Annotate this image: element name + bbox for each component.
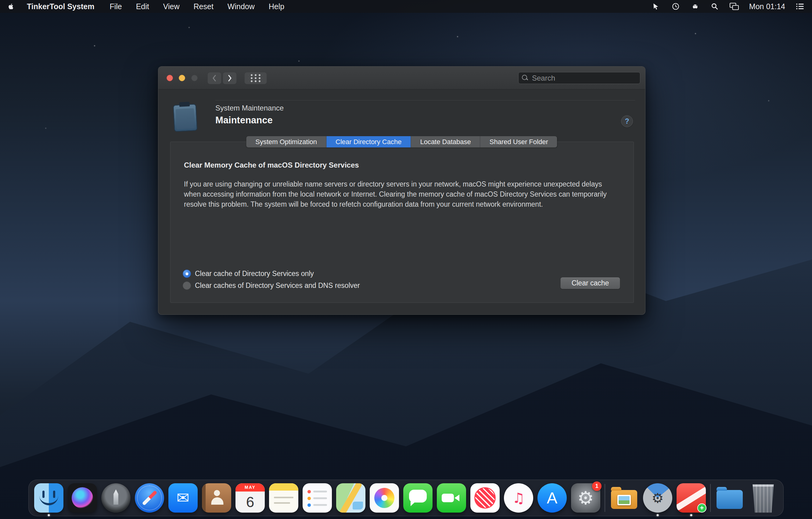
dock-icon-mail[interactable]: ✉ [168,483,198,513]
finder-mouth [39,495,58,505]
spotlight-icon[interactable] [710,2,719,11]
gear-icon: ⚙ [651,490,663,506]
dock-icon-recent-pictures-folder[interactable] [609,483,639,513]
dock: ✉ MAY 6 ♫ [28,480,784,516]
clear-cache-button[interactable]: Clear cache [560,277,620,289]
pointer-tool-icon[interactable] [651,2,661,11]
notes-band [269,483,298,491]
header-divider [215,100,635,101]
reminder-line [313,504,327,506]
notification-badge: 1 [592,482,602,491]
search-input[interactable] [518,72,640,84]
notes-line [274,502,290,504]
menu-reset[interactable]: Reset [194,2,213,11]
dock-icon-messages[interactable] [403,483,433,513]
plus-badge-icon: + [697,503,706,513]
reminder-dot [308,490,311,493]
radio-unselected-icon[interactable] [183,281,191,290]
menu-edit[interactable]: Edit [136,2,149,11]
dock-icon-red-utility[interactable]: + [676,483,706,513]
dock-divider [605,484,605,512]
menu-file[interactable]: File [110,2,122,11]
dock-icon-trash[interactable] [749,483,778,513]
dock-icon-app-store[interactable]: A [538,483,567,513]
menu-bar: TinkerTool System File Edit View Reset W… [0,0,812,13]
radio-group: Clear cache of Directory Services only C… [183,270,360,290]
reminder-line [313,497,327,499]
zoom-button-disabled [191,75,198,81]
pane-subtitle: System Maintenance [215,104,284,112]
pane-title: Maintenance [215,115,273,126]
tinkertool-system-window: System Maintenance Maintenance ? Clear M… [158,66,645,315]
grid-icon [249,74,263,82]
person-body [211,497,223,504]
tab-clear-directory-cache[interactable]: Clear Directory Cache [326,136,411,147]
close-button[interactable] [167,75,173,81]
tab-locate-database[interactable]: Locate Database [411,136,480,147]
apple-menu-icon[interactable] [7,2,17,11]
gear-icon: ⚙ [577,487,594,509]
menu-help[interactable]: Help [269,2,284,11]
dock-icon-finder[interactable] [34,483,63,513]
dock-icon-facetime[interactable] [437,483,466,513]
dock-icon-siri[interactable] [68,483,97,513]
dock-icon-documents-folder[interactable] [715,483,744,513]
radio-option-directory-and-dns[interactable]: Clear caches of Directory Services and D… [183,281,360,290]
menu-app-name[interactable]: TinkerTool System [27,2,94,11]
screen-mirroring-icon[interactable] [730,2,739,11]
radio-label: Clear cache of Directory Services only [195,270,314,278]
dock-icon-contacts[interactable] [202,483,231,513]
dock-icon-tinkertool-system[interactable]: ⚙ [643,483,672,513]
music-note-icon: ♫ [512,490,525,506]
dock-icon-maps[interactable] [336,483,366,513]
help-button[interactable]: ? [621,115,633,127]
book-spine [202,483,206,513]
show-all-panes-button[interactable] [244,72,267,84]
dock-icon-notes[interactable] [269,483,298,513]
dock-icon-news[interactable] [470,483,500,513]
notification-center-icon[interactable] [795,2,805,11]
section-heading: Clear Memory Cache of macOS Directory Se… [184,161,359,169]
timemachine-menu-icon[interactable] [671,2,680,11]
photo-thumbnail [617,495,631,505]
calendar-month: MAY [235,483,265,492]
dock-icon-itunes[interactable]: ♫ [504,483,533,513]
folder-shape [717,490,743,509]
dock-icon-launchpad[interactable] [101,483,130,513]
menu-view[interactable]: View [163,2,180,11]
radio-label: Clear caches of Directory Services and D… [195,281,360,290]
reminder-line [313,491,327,492]
rocket-icon [112,489,120,504]
minimize-button[interactable] [179,75,185,81]
tab-bar: System Optimization Clear Directory Cach… [246,136,557,147]
forward-button[interactable] [223,72,237,84]
desktop: TinkerTool System File Edit View Reset W… [0,0,812,519]
section-description: If you are using changing or unreliable … [184,179,609,210]
tab-shared-user-folder[interactable]: Shared User Folder [481,136,557,147]
menu-bar-status-area: Mon 01:14 [651,2,805,11]
camera-body [442,494,454,502]
maintenance-clipboard-icon [172,102,199,133]
dock-icon-reminders[interactable] [302,483,332,513]
menu-window[interactable]: Window [228,2,255,11]
dock-icon-system-preferences[interactable]: ⚙ 1 [571,483,600,513]
title-bar[interactable] [158,66,645,89]
third-party-menu-icon[interactable] [691,2,700,11]
reminder-dot [308,497,311,500]
envelope-icon: ✉ [177,489,190,507]
back-button[interactable] [207,72,222,84]
dock-icon-photos[interactable] [370,483,399,513]
clipboard-clip [179,102,190,107]
radio-selected-icon[interactable] [183,270,191,278]
clipboard-sheet [176,108,195,129]
dock-icon-calendar[interactable]: MAY 6 [235,483,265,513]
appstore-a-icon: A [547,489,558,507]
calendar-day: 6 [235,492,265,513]
menu-bar-clock[interactable]: Mon 01:14 [749,2,785,11]
reminder-dot [308,503,311,507]
camera-lens [455,495,459,501]
tab-system-optimization[interactable]: System Optimization [246,136,326,147]
notes-line [274,497,293,498]
dock-icon-safari[interactable] [135,483,164,513]
radio-option-directory-only[interactable]: Clear cache of Directory Services only [183,270,360,278]
